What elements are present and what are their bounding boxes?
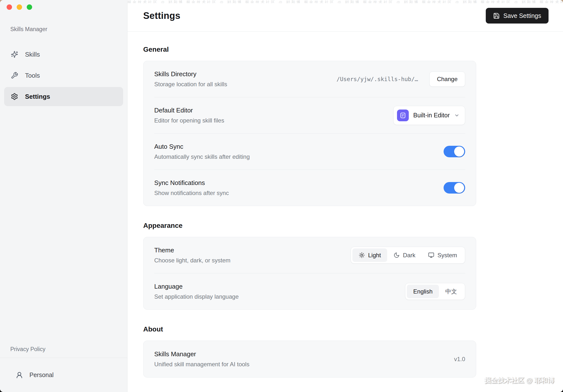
theme-option-system[interactable]: System [422,248,463,262]
language-option-chinese[interactable]: 中文 [439,285,463,298]
language-option-english[interactable]: English [407,285,439,298]
theme-option-light[interactable]: Light [352,248,387,262]
sidebar-item-tools[interactable]: Tools [4,66,123,85]
theme-option-label: Dark [403,252,415,259]
wrench-icon [11,72,18,79]
sidebar-item-label: Settings [25,93,50,100]
sidebar-item-label: Skills [25,51,40,58]
settings-content: General Skills Directory Storage locatio… [128,46,563,378]
moon-icon [394,252,400,258]
setting-subtitle: Automatically sync skills after editing [154,153,250,160]
save-settings-button[interactable]: Save Settings [486,8,549,24]
chevron-down-icon [454,113,460,118]
account-switcher[interactable]: Personal [0,358,127,392]
general-card: Skills Directory Storage location for al… [143,61,476,206]
sparkles-icon [11,51,18,58]
account-label: Personal [29,371,54,379]
language-option-label: English [413,288,433,295]
skills-directory-path: /Users/yjw/.skills-hub/… [337,76,418,82]
page-header: Settings Save Settings [128,0,563,32]
setting-row-skills-directory: Skills Directory Storage location for al… [154,61,465,97]
save-settings-label: Save Settings [503,12,541,19]
editor-file-icon [397,110,409,121]
setting-subtitle: Set application display language [154,293,239,300]
sidebar-item-skills[interactable]: Skills [4,45,123,64]
sidebar-bottom: Privacy Policy Personal [0,346,127,392]
toggle-knob [454,183,464,193]
setting-subtitle: Choose light, dark, or system [154,257,230,264]
sidebar: Skills Manager Skills Tools Settings Pri… [0,0,128,392]
setting-title: Language [154,283,239,290]
setting-title: Default Editor [154,107,224,114]
about-row: Skills Manager Unified skill management … [154,341,465,377]
page-title: Settings [143,11,180,21]
main-panel: 掘金技术社区 @ 耶和博 掘金技术社区 @ 耶和博 掘金技术社区 @ 耶和博 掘… [128,0,563,392]
section-heading-general: General [143,46,563,53]
about-app-name: Skills Manager [154,350,249,358]
user-icon [16,371,23,379]
default-editor-dropdown[interactable]: Built-in Editor [393,106,465,125]
sun-icon [359,252,365,258]
save-icon [493,12,500,19]
setting-row-default-editor: Default Editor Editor for opening skill … [154,97,465,133]
section-heading-about: About [143,325,563,333]
window-controls [0,0,127,10]
theme-option-label: System [437,252,457,259]
sidebar-item-settings[interactable]: Settings [4,87,123,106]
app-title: Skills Manager [10,26,127,33]
setting-title: Auto Sync [154,143,250,150]
about-app-description: Unified skill management for AI tools [154,361,249,368]
language-segmented-control: English 中文 [405,283,465,300]
app-window: Skills Manager Skills Tools Settings Pri… [0,0,563,392]
toggle-knob [454,147,464,157]
setting-row-language: Language Set application display languag… [154,273,465,309]
setting-title: Theme [154,246,230,254]
default-editor-value: Built-in Editor [413,112,450,119]
section-heading-appearance: Appearance [143,222,563,230]
zoom-window-button[interactable] [27,4,32,10]
setting-subtitle: Storage location for all skills [154,81,227,88]
sidebar-item-label: Tools [25,72,40,79]
auto-sync-toggle[interactable] [444,146,465,157]
sync-notifications-toggle[interactable] [444,182,465,194]
setting-subtitle: Editor for opening skill files [154,117,224,124]
setting-title: Sync Notifications [154,179,229,187]
privacy-policy-link[interactable]: Privacy Policy [10,346,127,353]
change-directory-button[interactable]: Change [429,72,465,87]
language-option-label: 中文 [445,288,457,295]
theme-option-label: Light [368,252,381,259]
gear-icon [11,93,18,100]
theme-option-dark[interactable]: Dark [387,248,422,262]
setting-row-auto-sync: Auto Sync Automatically sync skills afte… [154,133,465,170]
theme-segmented-control: Light Dark System [351,247,465,264]
setting-title: Skills Directory [154,70,227,78]
setting-row-sync-notifications: Sync Notifications Show notifications af… [154,170,465,206]
minimize-window-button[interactable] [17,4,22,10]
about-card: Skills Manager Unified skill management … [143,341,476,378]
setting-row-theme: Theme Choose light, dark, or system Ligh… [154,237,465,273]
monitor-icon [428,252,434,258]
sidebar-nav: Skills Tools Settings [4,45,123,106]
app-version: v1.0 [454,356,465,363]
setting-subtitle: Show notifications after sync [154,190,229,196]
close-window-button[interactable] [7,4,12,10]
appearance-card: Theme Choose light, dark, or system Ligh… [143,237,476,310]
